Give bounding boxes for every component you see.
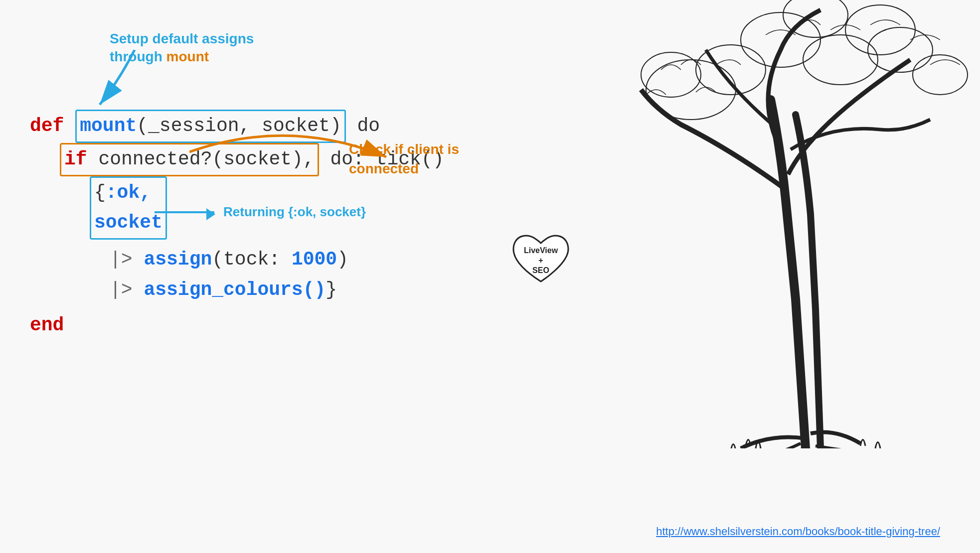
code-final-brace: } [326,279,337,300]
svg-point-5 [741,12,820,67]
highlight-mount-box: mount(_session, socket) [75,110,346,143]
pipe-2: |> [110,279,133,300]
code-brace: { [94,182,106,203]
svg-text:SEO: SEO [532,266,549,275]
svg-point-8 [913,55,968,95]
code-assign-args: (tock: [212,249,292,270]
code-tock-num: 1000 [292,249,337,270]
code-connected: connected?(socket), [87,148,315,170]
highlight-connected-box: if connected?(socket), [60,143,319,176]
code-params: (_session, socket) [137,115,341,137]
code-line-5: |> assign(tock: 1000) [30,245,444,275]
code-panel: Setup default assigns through mount def … [0,0,409,553]
code-line-end: end [30,310,444,341]
annotation-line1: Setup default assigns [110,31,254,46]
keyword-end: end [30,314,64,336]
svg-point-6 [803,35,878,85]
code-assign-colours: assign_colours() [133,279,326,300]
illustration-panel: LiveView + SEO http://www.shelsilverstei… [409,0,980,553]
annotation-mount-word: mount [166,49,209,64]
heart-icon: LiveView + SEO [508,229,573,289]
code-line-1: def mount(_session, socket) do [30,110,444,143]
heart-container: LiveView + SEO [508,229,573,291]
annotation-box: Setup default assigns through mount [110,30,254,66]
svg-point-3 [641,52,701,97]
code-assign-1: assign [133,249,212,270]
keyword-if: if [64,148,87,170]
svg-point-9 [845,5,915,55]
svg-text:+: + [538,256,543,265]
keyword-def: def [30,115,75,137]
keyword-mount: mount [80,115,137,137]
code-line-6: |> assign_colours()} [30,275,444,305]
svg-point-2 [646,60,736,120]
tree-illustration [631,0,980,448]
svg-text:LiveView: LiveView [524,246,558,255]
code-socket: socket [94,212,163,233]
code-assign-close: ) [337,249,348,270]
annotation-line2-prefix: through [110,49,166,64]
keyword-do: do [346,115,380,137]
annotation-returning: Returning {:ok, socket} [155,204,366,220]
pipe-1: |> [110,249,133,270]
bottom-link[interactable]: http://www.shelsilverstein.com/books/boo… [656,525,940,538]
arrow-right-icon [155,211,214,213]
annotation-text: Setup default assigns through mount [110,30,254,66]
code-ok: :ok, [106,182,151,203]
main-container: Setup default assigns through mount def … [0,0,980,553]
returning-label: Returning {:ok, socket} [223,204,366,220]
